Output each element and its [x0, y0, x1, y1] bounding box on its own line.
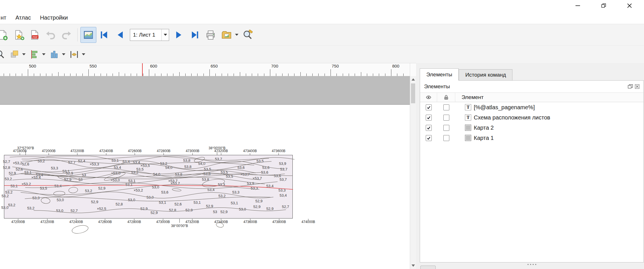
elevation-label: 52,9 [253, 205, 260, 209]
table-row[interactable]: TСхема расположения листов [420, 112, 643, 123]
resize-items-icon [69, 49, 79, 60]
atlas-next-button[interactable] [171, 27, 187, 43]
scrollbar-thumb[interactable] [411, 83, 415, 103]
atlas-page-combo-dropdown[interactable] [161, 29, 169, 41]
tab-command-history[interactable]: История команд [459, 69, 512, 81]
panel-close-button[interactable] [634, 83, 641, 90]
minimize-button[interactable] [568, 0, 587, 11]
scroll-up-button[interactable] [410, 77, 416, 82]
export-atlas-button[interactable] [219, 27, 234, 43]
ruler-tick [349, 73, 349, 76]
elevation-label: ×53,7 [240, 172, 250, 176]
undo-button[interactable] [43, 27, 59, 43]
vertical-scrollbar[interactable] [410, 63, 416, 269]
lock-checkbox[interactable] [443, 125, 449, 131]
ruler-tick [228, 73, 228, 76]
restore-button[interactable] [594, 0, 613, 11]
elevation-label: 53,3 [218, 182, 225, 187]
menu-item-layout[interactable]: нт [0, 14, 11, 21]
grid-coordinate-label: 472200В [40, 220, 54, 224]
atlas-prev-button[interactable] [112, 27, 128, 43]
elevation-label: 53,3 [32, 196, 40, 200]
grid-coordinate-label: 473400В [214, 220, 228, 224]
ruler-tick [191, 73, 192, 76]
elevation-label: 52,7 [68, 160, 75, 164]
table-row[interactable]: T[%@atlas_pagename%] [420, 102, 643, 112]
lock-checkbox[interactable] [443, 104, 449, 110]
scrollbar-corner [410, 63, 416, 76]
panel-tabs: Элементы История команд [420, 68, 512, 81]
elevation-label: 52,7 [282, 205, 289, 209]
item-name: [%@atlas_pagename%] [474, 104, 535, 111]
elevation-label: 53,8 [183, 158, 190, 162]
atlas-settings-button[interactable] [240, 27, 256, 43]
last-feature-icon [189, 29, 200, 41]
ruler-tick [179, 72, 180, 76]
scroll-down-button[interactable] [410, 263, 416, 268]
layout-canvas[interactable]: 37°57'00"В38°00'00"В38°00'00"В471800В472… [0, 76, 410, 269]
item-cell: Карта 2 [455, 125, 643, 131]
elevation-label: 53,7 [280, 177, 287, 182]
visibility-checkbox[interactable] [426, 104, 432, 110]
visibility-checkbox[interactable] [426, 115, 432, 121]
elevation-label: 53,9 [279, 161, 286, 166]
export-svg-button[interactable] [11, 27, 27, 43]
lock-checkbox[interactable] [443, 115, 449, 121]
visibility-cell [420, 135, 437, 141]
elevation-label: 53,4 [122, 159, 130, 164]
elevation-label: 53,2 [218, 194, 225, 198]
align-items-dropdown[interactable] [42, 53, 45, 55]
visibility-checkbox[interactable] [426, 125, 432, 131]
menu-item-atlas[interactable]: Атлас [11, 14, 35, 21]
redo-button[interactable] [59, 27, 74, 43]
distribute-items-icon [49, 49, 59, 60]
resize-items-dropdown[interactable] [82, 53, 85, 55]
ruler-tick [143, 73, 143, 76]
horizontal-ruler[interactable]: 500550600650700750800 [0, 63, 410, 76]
menu-item-settings[interactable]: Настройки [36, 14, 72, 21]
lock-column-header [437, 93, 455, 102]
collapsed-panel-handle[interactable] [420, 266, 436, 269]
grid-coordinate-label: 472400В [99, 149, 113, 153]
elevation-label: 52,9 [91, 199, 98, 204]
ruler-tick [270, 69, 270, 76]
ruler-tick [94, 73, 95, 76]
distribute-items-dropdown[interactable] [62, 53, 65, 55]
ruler-tick [149, 69, 149, 76]
export-atlas-dropdown[interactable] [235, 34, 238, 36]
export-image-button[interactable] [0, 27, 11, 43]
ruler-tick [367, 73, 367, 76]
ruler-tick [107, 73, 107, 76]
grid-coordinate-label: 473200В [214, 149, 228, 153]
zoom-button[interactable] [0, 47, 7, 62]
resize-items-button[interactable] [67, 47, 81, 62]
ruler-tick [155, 73, 155, 76]
check-icon [427, 126, 431, 130]
raise-items-button[interactable] [7, 47, 22, 62]
map-item-icon [465, 135, 471, 141]
atlas-page-combo[interactable]: 1: Лист 1 [130, 29, 169, 41]
map-item[interactable]: 37°57'00"В38°00'00"В38°00'00"В471800В472… [4, 155, 293, 218]
table-row[interactable]: Карта 2 [420, 123, 643, 133]
atlas-preview-toggle[interactable] [80, 27, 96, 43]
lock-checkbox[interactable] [443, 135, 449, 141]
ruler-number: 550 [90, 64, 97, 68]
export-pdf-button[interactable]: PDF [27, 27, 43, 43]
close-button[interactable] [620, 0, 639, 11]
visibility-checkbox[interactable] [426, 135, 432, 141]
elevation-label: 53,1 [125, 182, 132, 187]
grid-coordinate-label: 474000В [302, 220, 315, 224]
atlas-last-button[interactable] [187, 27, 203, 43]
raise-items-dropdown[interactable] [22, 53, 26, 55]
table-row[interactable]: Карта 1 [420, 133, 643, 143]
distribute-items-button[interactable] [47, 47, 61, 62]
print-atlas-button[interactable] [203, 27, 219, 43]
export-pdf-icon: PDF [29, 29, 40, 41]
align-items-button[interactable] [27, 47, 41, 62]
ruler-tick [397, 73, 397, 76]
elevation-label: 53,4 [133, 160, 140, 164]
tab-items[interactable]: Элементы [420, 68, 459, 81]
panel-float-button[interactable] [627, 83, 634, 90]
atlas-first-button[interactable] [96, 27, 112, 43]
ruler-tick [10, 73, 10, 76]
